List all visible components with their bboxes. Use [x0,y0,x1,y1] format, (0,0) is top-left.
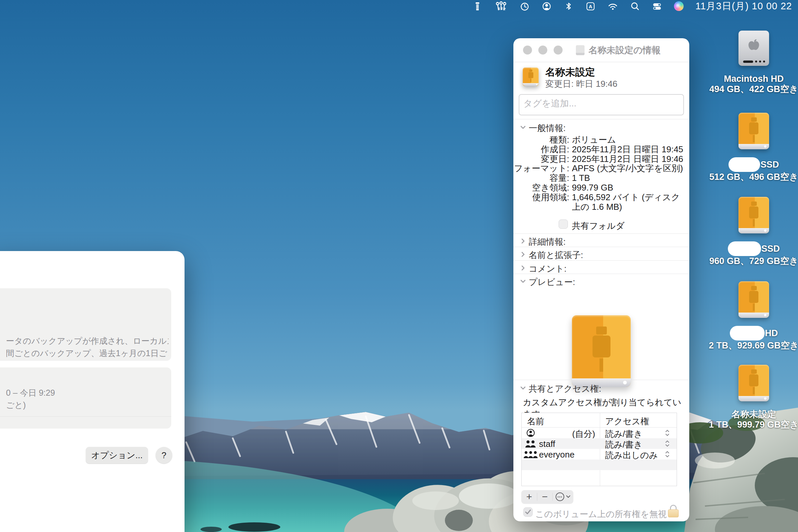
desktop-item-capacity: 494 GB、422 GB空き [709,84,798,94]
desktop-item-hd-2tb[interactable]: HD 2 TB、929.69 GB空き [697,281,798,351]
lock-icon[interactable] [668,505,679,518]
permission-row-staff[interactable]: staff 読み/書き [522,438,677,449]
stepper-icon[interactable] [665,439,670,448]
drive-port-dots [755,60,765,62]
usb-glyph [739,117,769,142]
section-general-info[interactable]: 一般情報: [529,122,566,134]
window-proxy-icon [576,45,585,55]
usb-glyph [739,286,769,311]
info-key: 作成日: [513,145,569,154]
section-preview[interactable]: プレビュー: [529,276,575,288]
bluetooth-status-icon[interactable] [564,0,573,12]
chevron-down-icon[interactable] [519,384,527,392]
empty-row [522,459,677,470]
permission-row-everyone[interactable]: everyone 読み出しのみ [522,449,677,459]
backup-message-line: ての月の1週間ごとのバックアップが保持されま [6,359,169,361]
chevron-right-icon[interactable] [519,238,527,245]
volume-name: 名称未設定 [545,65,595,79]
close-button[interactable] [523,45,532,55]
wifi-status-icon[interactable] [607,0,618,12]
chevron-down-icon[interactable] [519,124,527,131]
ignore-ownership-row: このボリューム上の所有権を無視 [524,507,681,519]
zoom-button[interactable] [554,45,563,55]
desktop-item-ssd-960[interactable]: SSD 960 GB、729 GB空き [697,197,798,266]
add-user-button[interactable]: + [521,491,537,503]
tags-input[interactable] [519,94,684,115]
redaction-blob [730,326,765,341]
info-key: 使用領域: [513,192,569,212]
chevron-right-icon[interactable] [519,264,527,272]
menu-bar-clock[interactable]: 11月3日(月) 10 00 22 [696,0,792,13]
desktop-item-capacity: 1 TB、999.79 GB空き [709,420,798,430]
menu-bar: A 11月3日(月) 10 00 22 [0,0,798,12]
desktop-item-label: SSD [760,159,779,170]
permission-row-me[interactable]: (自分) 読み/書き [522,428,677,438]
minimize-button[interactable] [538,45,547,55]
info-value: 1 TB [572,173,590,183]
volume-modified-date: 変更日: 昨日 19:46 [545,78,618,90]
time-machine-window: ータのバックアップが作成され、ローカルスナッ 間ごとのバックアップ、過去1ヶ月の… [0,251,185,532]
stepper-icon[interactable] [665,450,670,458]
desktop-item-label: Macintosh HD [724,74,784,84]
apple-logo-icon [746,36,761,53]
shared-folder-checkbox[interactable] [558,220,568,229]
info-value: 999.79 GB [572,183,613,192]
backup-schedule-panel: 0 – 今日 9:29 ごと) [0,367,171,429]
ignore-ownership-checkbox[interactable] [524,507,533,517]
desktop-item-capacity: 512 GB、496 GB空き [709,172,798,182]
input-source-status-icon[interactable]: A [586,0,595,12]
permission-user-name: staff [539,439,555,449]
table-header: 名前 アクセス権 [522,413,677,428]
siri-status-icon[interactable] [674,0,684,12]
keys-status-icon[interactable] [494,0,508,12]
desktop-item-untitled[interactable]: 名称未設定 1 TB、999.79 GB空き [697,365,798,430]
backup-schedule-line: ごと) [6,399,169,411]
info-key: フォーマット: [513,164,569,173]
section-name-extension[interactable]: 名前と拡張子: [529,249,583,261]
everyone-icon [523,450,538,458]
info-key: 変更日: [513,154,569,164]
desktop-item-label: HD [765,328,778,339]
permissions-table[interactable]: 名前 アクセス権 (自分) 読み/書き staff [521,413,677,486]
more-actions-button[interactable] [553,492,573,501]
options-button[interactable]: オプション... [86,447,148,463]
title-bar[interactable]: 名称未設定の情報 [513,38,689,62]
desktop-item-macintosh-hd[interactable]: Macintosh HD 494 GB、422 GB空き [697,31,798,94]
chevron-right-icon[interactable] [519,251,527,258]
remove-user-button[interactable]: − [537,491,552,503]
desktop-item-capacity: 2 TB、929.69 GB空き [709,341,798,351]
section-sharing-permissions[interactable]: 共有とアクセス権: [529,383,601,395]
help-button[interactable]: ? [156,447,172,463]
spotlight-status-icon[interactable] [630,0,640,12]
backup-message-panel: ータのバックアップが作成され、ローカルスナッ 間ごとのバックアップ、過去1ヶ月の… [0,288,171,361]
backup-message-line: 間ごとのバックアップ、過去1ヶ月の1日ごとの [6,347,169,359]
section-more-info[interactable]: 詳細情報: [529,236,566,248]
internal-drive-icon [739,31,769,66]
user-account-status-icon[interactable] [542,0,552,12]
shared-folder-label: 共有フォルダ [572,220,624,232]
desktop-item-ssd-512[interactable]: SSD 512 GB、496 GB空き [697,113,798,182]
ignore-ownership-label: このボリューム上の所有権を無視 [535,508,667,520]
section-comments[interactable]: コメント: [529,263,567,274]
get-info-window: 名称未設定の情報 名称未設定 変更日: 昨日 19:46 一般情報: 種類:ボリ… [513,38,689,521]
info-value: ボリューム [572,135,616,145]
tower-status-icon[interactable] [473,0,482,12]
window-title: 名称未設定の情報 [589,44,661,56]
permissions-actions: + − [521,490,573,504]
chevron-down-icon[interactable] [519,278,527,285]
external-drive-icon [739,365,769,401]
info-value: 2025年11月2日 日曜日 19:45 [572,145,683,154]
control-center-status-icon[interactable] [652,0,662,12]
ellipsis-icon [556,492,564,501]
usb-glyph [739,202,769,226]
time-machine-status-icon[interactable] [520,0,530,12]
column-header-access: アクセス権 [605,416,649,427]
checkmark-icon [525,509,531,515]
group-icon [524,440,537,448]
desktop-item-capacity: 960 GB、729 GB空き [709,256,798,266]
desktop: Macintosh HD 494 GB、422 GB空き SSD 512 GB、… [0,0,798,532]
info-value: 2025年11月2日 日曜日 19:46 [572,154,683,164]
stepper-icon[interactable] [665,429,670,437]
desktop-item-label: SSD [761,244,780,254]
drive-port-slot [743,60,753,63]
